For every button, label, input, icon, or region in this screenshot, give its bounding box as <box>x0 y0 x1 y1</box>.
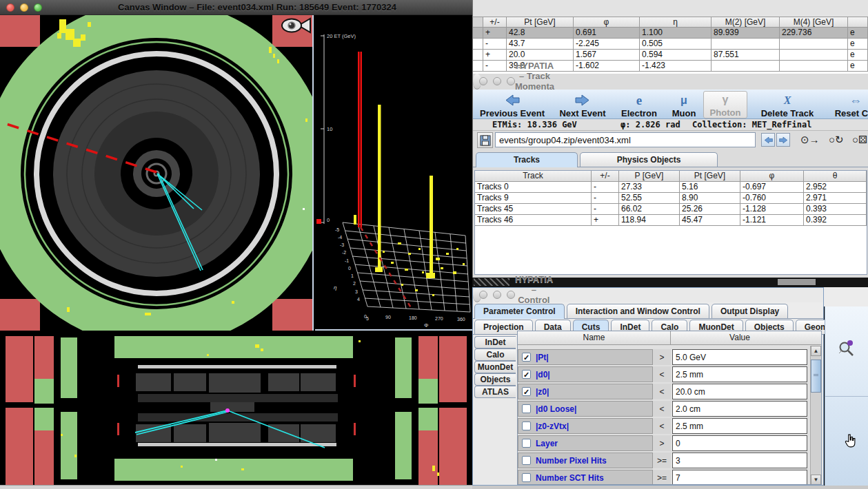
table-row[interactable]: + 42.8 0.691 1.100 89.939 229.736 e <box>473 28 868 39</box>
reset-camera-button[interactable]: ⇔ Reset Car <box>831 91 868 118</box>
met-direction-line <box>361 227 412 309</box>
event-step-icon[interactable]: ⊙→ <box>800 134 820 146</box>
cuts-vscrollbar[interactable]: ▲ ▼ <box>810 346 821 485</box>
cut-value-input[interactable] <box>672 470 807 485</box>
cut-row-layer: Layer > <box>518 435 810 452</box>
tab-parameter-control[interactable]: Parameter Control <box>474 304 565 319</box>
col-pt[interactable]: Pt [GeV] <box>680 171 740 181</box>
checkbox[interactable] <box>522 439 531 448</box>
cut-value-input[interactable] <box>672 401 807 417</box>
checkbox[interactable] <box>522 456 531 465</box>
control-titlebar[interactable]: HYPATIA – Control Window <box>473 288 481 302</box>
cut-value-input[interactable] <box>672 366 807 382</box>
cut-value-input[interactable] <box>672 349 807 365</box>
table-row[interactable]: - 43.7 -2.245 0.505 e <box>473 39 868 50</box>
col-sign[interactable]: +/- <box>483 17 507 27</box>
momenta-titlebar[interactable]: HYPATIA – Track Momenta Window <box>473 74 481 90</box>
scroll-thumb[interactable] <box>778 279 816 285</box>
side-tab-muondet[interactable]: MuonDet <box>474 361 516 373</box>
magnifier-icon[interactable] <box>838 340 856 357</box>
event-file-path-input[interactable] <box>495 132 756 147</box>
tab-output-display[interactable]: Output Display <box>711 304 788 318</box>
et-axis-mid-label: 10 <box>327 126 332 132</box>
side-tab-indet[interactable]: InDet <box>474 336 516 348</box>
minimize-button[interactable] <box>493 77 501 85</box>
checkbox[interactable]: ✓ <box>522 387 531 396</box>
table-row[interactable]: Tracks 46 + 118.94 45.47 -1.121 0.392 <box>475 215 867 226</box>
side-tab-calo[interactable]: Calo <box>474 348 516 361</box>
vertex-marker[interactable] <box>225 408 230 413</box>
zoom-button[interactable] <box>507 77 515 85</box>
col-pt[interactable]: Pt [GeV] <box>507 17 574 27</box>
tab-tracks[interactable]: Tracks <box>476 152 578 167</box>
save-button[interactable] <box>477 132 493 148</box>
cut-value-input[interactable] <box>672 452 807 468</box>
prev-file-button[interactable] <box>761 133 775 147</box>
operator: > <box>653 349 671 365</box>
background-panel <box>825 306 868 489</box>
checkbox[interactable]: ✓ <box>522 353 531 362</box>
next-event-button[interactable]: Next Event <box>554 91 611 118</box>
cut-value-input[interactable] <box>672 435 807 451</box>
checkbox[interactable] <box>522 422 531 430</box>
table-row[interactable]: + 20.0 1.567 0.594 87.551 e <box>473 50 868 61</box>
electron-button[interactable]: e Electron <box>615 91 663 118</box>
checkbox[interactable] <box>522 473 531 482</box>
col-m4[interactable]: M(4) [GeV] <box>780 17 848 27</box>
svg-text:360: 360 <box>457 317 465 322</box>
cut-value-input[interactable] <box>672 384 807 399</box>
side-tab-objects[interactable]: Objects <box>474 373 516 386</box>
name-header[interactable]: Name <box>518 331 671 344</box>
lego-plot-view[interactable]: 20 ET (GeV) 10 0 -5-4 -3-2 -10 <box>315 15 472 331</box>
col-track[interactable]: Track <box>475 171 592 181</box>
col-phi[interactable]: φ <box>740 171 804 181</box>
muon-button[interactable]: μ Muon <box>667 91 700 118</box>
resize-grip[interactable] <box>474 278 509 286</box>
control-top-tabs: Parameter Control Interaction and Window… <box>473 302 823 319</box>
met-marker <box>316 219 321 224</box>
cut-value-input[interactable] <box>672 418 807 434</box>
col-m2[interactable]: M(2) [GeV] <box>711 17 780 27</box>
scroll-up-button[interactable]: ▲ <box>811 346 821 356</box>
mass-window-top-edge <box>472 0 868 17</box>
arrow-left-icon <box>764 136 773 144</box>
event-random-icon[interactable]: ○⚄ <box>852 134 867 146</box>
side-tab-atlas[interactable]: ATLAS <box>474 386 516 398</box>
endcap-detector-svg <box>0 15 312 331</box>
close-button[interactable] <box>6 3 14 12</box>
delete-track-button[interactable]: X Delete Track <box>756 91 819 118</box>
event-loop-icon[interactable]: ○↻ <box>829 134 844 146</box>
zoom-button[interactable] <box>507 291 515 299</box>
col-sign[interactable]: +/- <box>592 171 619 181</box>
table-row[interactable]: Tracks 9 - 52.55 8.90 -0.760 2.971 <box>475 193 867 204</box>
value-header[interactable]: Value <box>671 331 809 344</box>
zoom-button[interactable] <box>34 3 42 12</box>
col-eta[interactable]: η <box>640 17 711 27</box>
operator: < <box>653 401 671 417</box>
scroll-thumb[interactable] <box>811 360 821 393</box>
photon-button[interactable]: γ Photon <box>703 91 747 118</box>
endcap-view[interactable] <box>0 15 314 331</box>
fisheye-icon[interactable] <box>282 19 310 32</box>
eta-tick-labels: -5-4 -3-2 -10 12 34 5 η <box>334 227 369 321</box>
canvas-window-title: Canvas Window – File: event034.xml Run: … <box>42 2 472 12</box>
side-view[interactable] <box>0 331 472 485</box>
close-button[interactable] <box>479 77 487 85</box>
table-row[interactable]: Tracks 45 - 66.02 25.26 -1.128 0.393 <box>475 204 867 215</box>
tab-physics-objects[interactable]: Physics Objects <box>580 152 718 167</box>
col-phi[interactable]: φ <box>574 17 640 27</box>
close-button[interactable] <box>479 291 487 299</box>
checkbox[interactable] <box>522 404 531 413</box>
col-p[interactable]: P [GeV] <box>619 171 680 181</box>
lego-towers[interactable] <box>354 52 435 278</box>
scroll-down-button[interactable]: ▼ <box>811 475 821 485</box>
canvas-window-titlebar[interactable]: Canvas Window – File: event034.xml Run: … <box>0 0 472 15</box>
next-file-button[interactable] <box>776 133 790 147</box>
tab-interaction-window-control[interactable]: Interaction and Window Control <box>567 304 709 318</box>
table-row[interactable]: Tracks 0 - 27.33 5.16 -0.697 2.952 <box>475 182 867 193</box>
col-theta[interactable]: θ <box>804 171 867 181</box>
minimize-button[interactable] <box>20 3 28 12</box>
checkbox[interactable]: ✓ <box>522 370 531 379</box>
previous-event-button[interactable]: Previous Event <box>478 91 546 118</box>
minimize-button[interactable] <box>493 291 501 299</box>
